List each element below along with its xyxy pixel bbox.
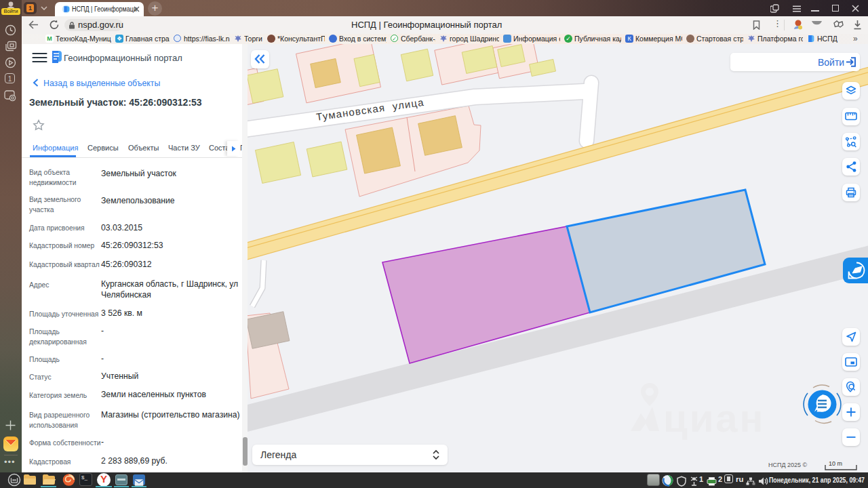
svg-text:циан: циан [663,396,766,440]
